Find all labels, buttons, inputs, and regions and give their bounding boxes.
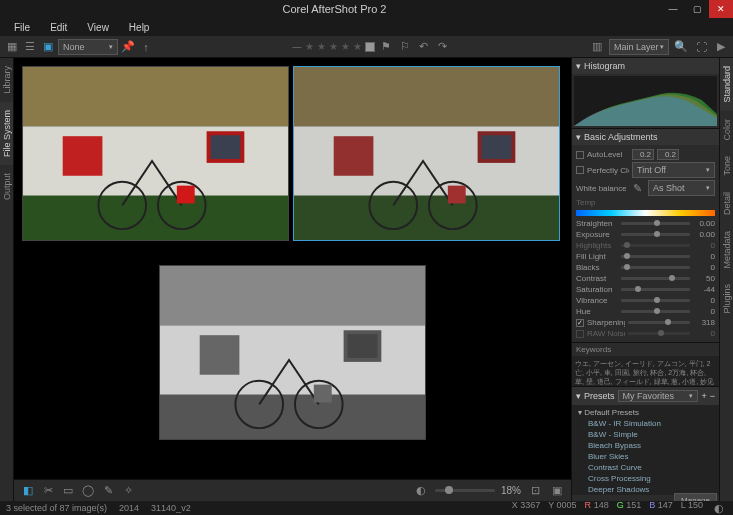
undo-icon[interactable]: ↶ bbox=[416, 39, 432, 55]
layers-icon[interactable]: ▥ bbox=[589, 39, 605, 55]
presets-combo-label: My Favorites bbox=[623, 391, 675, 401]
star-4[interactable]: ★ bbox=[341, 41, 350, 52]
menu-edit[interactable]: Edit bbox=[40, 20, 77, 35]
status-icon[interactable]: ◐ bbox=[711, 500, 727, 515]
tag-icon[interactable]: ⚐ bbox=[397, 39, 413, 55]
exposure-slider[interactable] bbox=[621, 233, 690, 236]
saturation-slider[interactable] bbox=[621, 288, 690, 291]
vibrance-slider[interactable] bbox=[621, 299, 690, 302]
app-title: Corel AfterShot Pro 2 bbox=[8, 3, 661, 15]
highlights-slider[interactable] bbox=[621, 244, 690, 247]
blacks-slider[interactable] bbox=[621, 266, 690, 269]
contrast-slider[interactable] bbox=[621, 277, 690, 280]
rawnoise-slider[interactable] bbox=[628, 332, 690, 335]
crop-tool-icon[interactable]: ◧ bbox=[20, 483, 36, 499]
image-thumb-3[interactable] bbox=[159, 265, 426, 440]
chevron-down-icon: ▾ bbox=[706, 166, 710, 174]
hue-slider[interactable] bbox=[621, 310, 690, 313]
actual-icon[interactable]: ▣ bbox=[549, 483, 565, 499]
rtab-detail[interactable]: Detail bbox=[720, 184, 733, 223]
fit-icon[interactable]: ⊡ bbox=[527, 483, 543, 499]
blacks-label: Blacks bbox=[576, 263, 618, 272]
circle-icon[interactable]: ◯ bbox=[80, 483, 96, 499]
pc-checkbox[interactable] bbox=[576, 166, 584, 174]
rtab-standard[interactable]: Standard bbox=[720, 58, 733, 111]
remove-preset-icon[interactable]: − bbox=[710, 391, 715, 401]
adjustments-header[interactable]: ▾ Basic Adjustments bbox=[572, 129, 719, 145]
star-1[interactable]: ★ bbox=[305, 41, 314, 52]
rtab-plugins[interactable]: Plugins bbox=[720, 276, 733, 322]
sort-icon[interactable]: ↑ bbox=[138, 39, 154, 55]
preset-item[interactable]: B&W - Simple bbox=[574, 429, 717, 440]
maximize-button[interactable]: ▢ bbox=[685, 0, 709, 18]
preset-folder[interactable]: ▾ Default Presets bbox=[574, 407, 717, 418]
sharp-label: Sharpening bbox=[587, 318, 625, 327]
image-thumb-2[interactable] bbox=[293, 66, 560, 241]
autolevel-v1[interactable] bbox=[632, 149, 654, 160]
histogram-header[interactable]: ▾ Histogram bbox=[572, 58, 719, 74]
star-3[interactable]: ★ bbox=[329, 41, 338, 52]
wand-icon[interactable]: ✧ bbox=[120, 483, 136, 499]
zoom-handle-icon[interactable]: ◐ bbox=[413, 483, 429, 499]
wb-mode-dropdown[interactable]: As Shot ▾ bbox=[648, 180, 715, 196]
presets-dropdown[interactable]: My Favorites ▾ bbox=[618, 390, 699, 402]
autolevel-v2[interactable] bbox=[657, 149, 679, 160]
redo-icon[interactable]: ↷ bbox=[435, 39, 451, 55]
rect-icon[interactable]: ▭ bbox=[60, 483, 76, 499]
filter-dropdown[interactable]: None ▾ bbox=[58, 39, 118, 55]
image-view-icon[interactable]: ▣ bbox=[40, 39, 56, 55]
toggle-panel-icon[interactable]: ▶ bbox=[713, 39, 729, 55]
tab-file-system[interactable]: File System bbox=[0, 102, 13, 165]
keywords-text[interactable]: ウエ, アーセン, イーリド, アムコン, 平门, 2亡, 小平, 車, 田園,… bbox=[572, 356, 719, 386]
histogram-canvas bbox=[574, 76, 717, 126]
pin-icon[interactable]: 📌 bbox=[120, 39, 136, 55]
canvas[interactable] bbox=[14, 58, 571, 479]
pc-mode-dropdown[interactable]: Tint Off ▾ bbox=[632, 162, 715, 178]
filllight-label: Fill Light bbox=[576, 252, 618, 261]
preset-item[interactable]: Contrast Curve bbox=[574, 462, 717, 473]
filllight-slider[interactable] bbox=[621, 255, 690, 258]
close-button[interactable]: ✕ bbox=[709, 0, 733, 18]
preset-item[interactable]: Bluer Skies bbox=[574, 451, 717, 462]
menu-help[interactable]: Help bbox=[119, 20, 160, 35]
zoom-slider[interactable] bbox=[435, 489, 495, 492]
select-icon[interactable]: ✂ bbox=[40, 483, 56, 499]
preset-tree[interactable]: ▾ Default Presets B&W - IR SimulationB&W… bbox=[572, 405, 719, 495]
star-5[interactable]: ★ bbox=[353, 41, 362, 52]
tab-library[interactable]: Library bbox=[0, 58, 13, 102]
expand-icon: ▾ bbox=[576, 391, 581, 401]
menu-file[interactable]: File bbox=[4, 20, 40, 35]
eyedropper-icon[interactable]: ✎ bbox=[629, 180, 645, 196]
flag-icon[interactable]: ⚑ bbox=[378, 39, 394, 55]
star-2[interactable]: ★ bbox=[317, 41, 326, 52]
left-tabs: Library File System Output bbox=[0, 58, 14, 501]
fullscreen-icon[interactable]: ⛶ bbox=[693, 39, 709, 55]
list-view-icon[interactable]: ☰ bbox=[22, 39, 38, 55]
autolevel-checkbox[interactable] bbox=[576, 151, 584, 159]
image-thumb-1[interactable] bbox=[22, 66, 289, 241]
search-icon[interactable]: 🔍 bbox=[673, 39, 689, 55]
sharp-slider[interactable] bbox=[628, 321, 690, 324]
straighten-slider[interactable] bbox=[621, 222, 690, 225]
preset-item[interactable]: B&W - IR Simulation bbox=[574, 418, 717, 429]
preset-item[interactable]: Bleach Bypass bbox=[574, 440, 717, 451]
rtab-color[interactable]: Color bbox=[720, 111, 733, 149]
rtab-tone[interactable]: Tone bbox=[720, 148, 733, 184]
preset-item[interactable]: Cross Processing bbox=[574, 473, 717, 484]
window-controls: — ▢ ✕ bbox=[661, 0, 733, 18]
zoom-slider-thumb[interactable] bbox=[445, 486, 453, 494]
layer-dropdown[interactable]: Main Layer ▾ bbox=[609, 39, 669, 55]
tab-output[interactable]: Output bbox=[0, 165, 13, 208]
minimize-button[interactable]: — bbox=[661, 0, 685, 18]
brush-icon[interactable]: ✎ bbox=[100, 483, 116, 499]
add-preset-icon[interactable]: + bbox=[701, 391, 706, 401]
presets-header[interactable]: ▾ Presets My Favorites ▾ + − bbox=[572, 387, 719, 405]
temp-gradient[interactable] bbox=[576, 210, 715, 216]
menu-view[interactable]: View bbox=[77, 20, 119, 35]
rtab-metadata[interactable]: Metadata bbox=[720, 223, 733, 277]
svg-rect-12 bbox=[334, 136, 374, 176]
color-label[interactable] bbox=[365, 42, 375, 52]
grid-view-icon[interactable]: ▦ bbox=[4, 39, 20, 55]
rawnoise-checkbox[interactable] bbox=[576, 330, 584, 338]
sharp-checkbox[interactable] bbox=[576, 319, 584, 327]
